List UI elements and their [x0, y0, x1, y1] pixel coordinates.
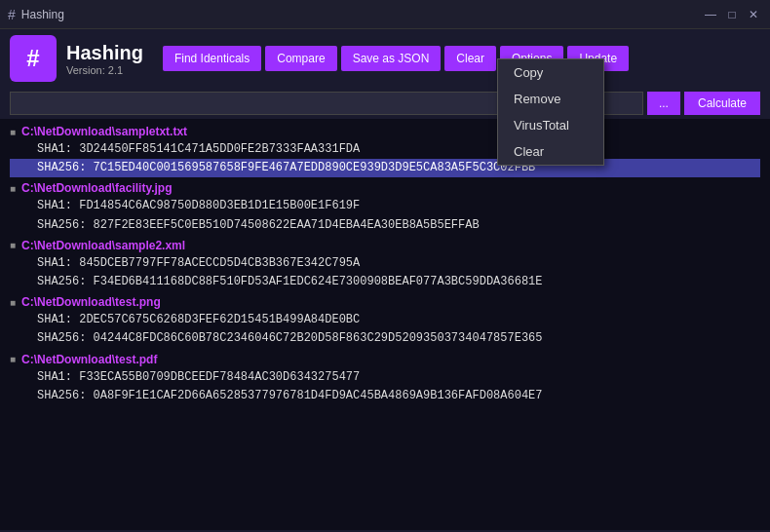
file-entry: ■C:\NetDownload\sample2.xmlSHA1: 845DCEB…: [10, 239, 760, 291]
toolbar: Find Identicals Compare Save as JSON Cle…: [163, 46, 760, 71]
file-path: ■C:\NetDownload\facility.jpg: [10, 181, 760, 195]
app-title: Hashing: [66, 42, 143, 64]
file-path-icon: ■: [10, 297, 16, 308]
find-identicals-button[interactable]: Find Identicals: [163, 46, 261, 71]
title-bar: # Hashing — □ ✕: [0, 0, 770, 29]
file-path: ■C:\NetDownload\sampletxt.txt: [10, 125, 760, 138]
file-path-icon: ■: [10, 183, 16, 194]
file-path: ■C:\NetDownload\test.png: [10, 295, 760, 309]
hash-line[interactable]: SHA1: 845DCEB7797FF78ACECCD5D4CB3B367E34…: [10, 254, 760, 273]
hash-line[interactable]: SHA256: 04244C8FDC86C60B78C2346046C72B20…: [10, 329, 760, 348]
file-entry: ■C:\NetDownload\test.pdfSHA1: F33ECA55B0…: [10, 353, 760, 405]
app-title-area: Hashing Version: 2.1: [66, 42, 143, 76]
hash-line[interactable]: SHA1: 2DEC57C675C6268D3FEF62D15451B499A8…: [10, 311, 760, 329]
clear-button[interactable]: Clear: [444, 46, 496, 71]
browse-button[interactable]: ...: [647, 92, 680, 115]
file-path-icon: ■: [10, 127, 16, 137]
context-menu-item-clear[interactable]: Clear: [498, 138, 603, 165]
file-path: ■C:\NetDownload\sample2.xml: [10, 239, 760, 252]
calculate-button[interactable]: Calculate: [684, 92, 760, 115]
context-menu-item-copy[interactable]: Copy: [498, 59, 603, 86]
app-icon: #: [8, 7, 16, 22]
title-bar-controls: — □ ✕: [702, 6, 762, 23]
file-path-text[interactable]: C:\NetDownload\sampletxt.txt: [21, 125, 187, 138]
file-path: ■C:\NetDownload\test.pdf: [10, 353, 760, 366]
hash-line[interactable]: SHA1: 3D24450FF85141C471A5DD0FE2B7333FAA…: [10, 140, 760, 159]
file-entry: ■C:\NetDownload\test.pngSHA1: 2DEC57C675…: [10, 295, 760, 348]
minimize-button[interactable]: —: [702, 6, 719, 23]
file-entry: ■C:\NetDownload\sampletxt.txtSHA1: 3D244…: [10, 125, 760, 177]
file-entry: ■C:\NetDownload\facility.jpgSHA1: FD1485…: [10, 181, 760, 234]
context-menu: CopyRemoveVirusTotalClear: [497, 58, 604, 166]
window-title: Hashing: [21, 8, 64, 21]
maximize-button[interactable]: □: [723, 6, 741, 23]
hash-line[interactable]: SHA1: FD14854C6AC98750D880D3EB1D1E15B00E…: [10, 197, 760, 215]
file-path-text[interactable]: C:\NetDownload\test.png: [21, 295, 161, 309]
hash-line[interactable]: SHA1: F33ECA55B0709DBCEEDF78484AC30D6343…: [10, 368, 760, 387]
file-path-text[interactable]: C:\NetDownload\sample2.xml: [21, 239, 185, 252]
save-as-json-button[interactable]: Save as JSON: [341, 46, 442, 71]
compare-button[interactable]: Compare: [265, 46, 336, 71]
file-path-text[interactable]: C:\NetDownload\test.pdf: [21, 353, 157, 366]
file-path-icon: ■: [10, 354, 16, 364]
hash-line[interactable]: SHA256: 0A8F9F1E1CAF2D66A65285377976781D…: [10, 387, 760, 405]
hash-line[interactable]: SHA256: 827F2E83EEF5C0EB510D74508622EAA7…: [10, 216, 760, 235]
app-logo: #: [10, 35, 57, 82]
title-bar-left: # Hashing: [8, 7, 64, 22]
file-path-icon: ■: [10, 240, 16, 250]
context-menu-item-virustotal[interactable]: VirusTotal: [498, 112, 603, 138]
hash-line[interactable]: SHA256: 7C15ED40C001569587658F9FE467A7ED…: [10, 159, 760, 177]
content-area: ■C:\NetDownload\sampletxt.txtSHA1: 3D244…: [0, 119, 770, 530]
close-button[interactable]: ✕: [745, 6, 762, 23]
app-version: Version: 2.1: [66, 64, 143, 76]
hash-line[interactable]: SHA256: F34ED6B411168DC88F510FD53AF1EDC6…: [10, 273, 760, 291]
file-path-text[interactable]: C:\NetDownload\facility.jpg: [21, 181, 172, 195]
context-menu-item-remove[interactable]: Remove: [498, 86, 603, 112]
path-bar: ... Calculate: [0, 88, 770, 119]
app-header: # Hashing Version: 2.1 Find Identicals C…: [0, 29, 770, 88]
